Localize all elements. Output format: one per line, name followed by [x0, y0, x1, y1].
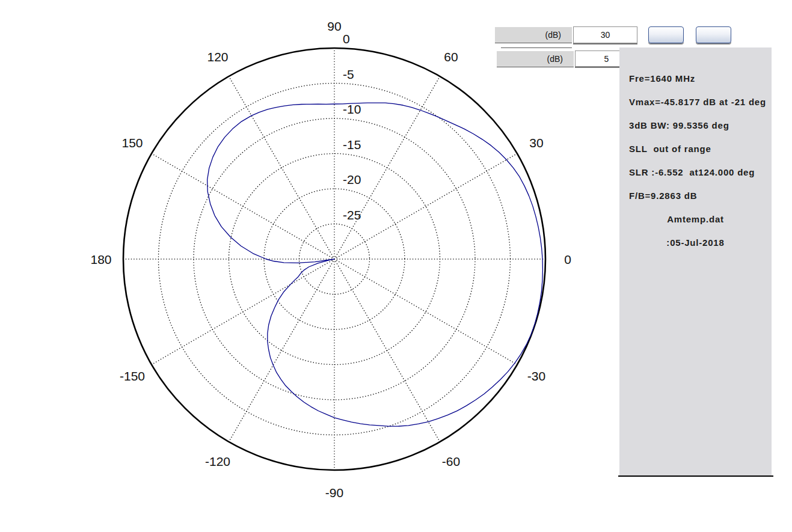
radial-label: -5: [343, 67, 354, 81]
polar-spoke: [334, 259, 517, 365]
angle-label: -90: [325, 486, 343, 500]
angle-label: 30: [529, 136, 543, 150]
angle-label: 0: [564, 252, 571, 266]
results-lines: Fre=1640 MHz Vmax=-45.8177 dB at -21 deg…: [619, 47, 772, 254]
stat-sll: SLL out of range: [619, 137, 772, 161]
db-step-label: (dB): [497, 51, 574, 67]
stat-vmax: Vmax=-45.8177 dB at -21 deg: [619, 90, 772, 114]
polar-spoke: [334, 154, 517, 260]
angle-label: -60: [442, 454, 460, 468]
push-button-1[interactable]: [648, 26, 684, 43]
stat-frequency: Fre=1640 MHz: [619, 67, 772, 90]
db-scale-input[interactable]: [573, 26, 637, 43]
db-scale-label: (dB): [495, 27, 572, 43]
angle-label: 90: [327, 19, 341, 33]
db-step-label-text: (dB): [497, 51, 574, 64]
angle-label: 120: [207, 50, 228, 64]
radial-label: 0: [343, 32, 350, 46]
radiation-pattern-curve: [207, 103, 543, 426]
polar-spoke: [229, 259, 335, 442]
panel-bottom-border: [618, 475, 773, 477]
radial-tick-labels: 0-5-10-15-20-25: [343, 32, 361, 222]
stat-3db-bw: 3dB BW: 99.5356 deg: [619, 114, 772, 137]
stat-filename: Amtemp.dat: [619, 207, 772, 231]
radial-label: -15: [343, 138, 361, 151]
results-panel: Fre=1640 MHz Vmax=-45.8177 dB at -21 deg…: [619, 47, 772, 475]
stat-slr: SLR :-6.552 at124.000 deg: [619, 161, 772, 184]
radial-label: -10: [343, 102, 361, 116]
stat-date: :05-Jul-2018: [619, 231, 772, 254]
divider-line: [501, 47, 572, 48]
radial-label: -20: [343, 173, 361, 186]
stat-fb-ratio: F/B=9.2863 dB: [619, 184, 772, 207]
radial-label: -25: [343, 208, 361, 222]
angle-label: -120: [205, 454, 230, 468]
angle-label: 60: [444, 50, 458, 64]
angle-label: -150: [120, 369, 145, 383]
push-button-2[interactable]: [696, 26, 731, 43]
angle-label: -30: [527, 369, 545, 383]
polar-spoke: [334, 259, 440, 442]
angle-label: 180: [90, 252, 111, 266]
angle-label: 150: [121, 136, 143, 150]
db-scale-label-text: (dB): [495, 27, 572, 40]
app-window: 9060300-30-60-90-120-1501801501200-5-10-…: [0, 0, 792, 532]
